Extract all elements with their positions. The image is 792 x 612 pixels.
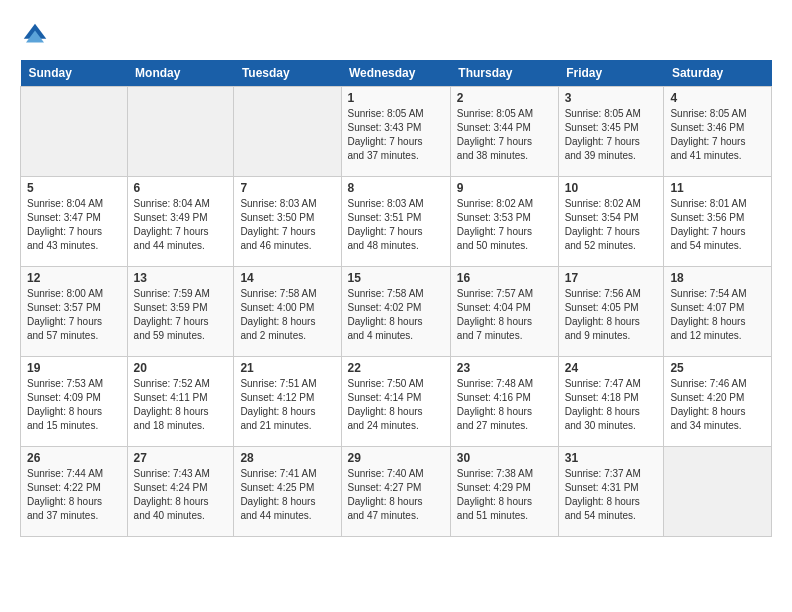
day-number: 12 <box>27 271 121 285</box>
day-info: Sunrise: 7:52 AM Sunset: 4:11 PM Dayligh… <box>134 377 228 433</box>
calendar-cell: 13Sunrise: 7:59 AM Sunset: 3:59 PM Dayli… <box>127 267 234 357</box>
day-number: 29 <box>348 451 444 465</box>
calendar-cell: 7Sunrise: 8:03 AM Sunset: 3:50 PM Daylig… <box>234 177 341 267</box>
page-header <box>20 20 772 50</box>
calendar-cell: 14Sunrise: 7:58 AM Sunset: 4:00 PM Dayli… <box>234 267 341 357</box>
calendar-cell: 18Sunrise: 7:54 AM Sunset: 4:07 PM Dayli… <box>664 267 772 357</box>
calendar-week-row: 1Sunrise: 8:05 AM Sunset: 3:43 PM Daylig… <box>21 87 772 177</box>
day-number: 28 <box>240 451 334 465</box>
calendar-cell: 23Sunrise: 7:48 AM Sunset: 4:16 PM Dayli… <box>450 357 558 447</box>
day-number: 23 <box>457 361 552 375</box>
day-info: Sunrise: 8:02 AM Sunset: 3:53 PM Dayligh… <box>457 197 552 253</box>
day-number: 10 <box>565 181 658 195</box>
day-info: Sunrise: 7:56 AM Sunset: 4:05 PM Dayligh… <box>565 287 658 343</box>
calendar-table: SundayMondayTuesdayWednesdayThursdayFrid… <box>20 60 772 537</box>
calendar-cell: 27Sunrise: 7:43 AM Sunset: 4:24 PM Dayli… <box>127 447 234 537</box>
day-info: Sunrise: 7:50 AM Sunset: 4:14 PM Dayligh… <box>348 377 444 433</box>
calendar-cell <box>21 87 128 177</box>
calendar-cell: 21Sunrise: 7:51 AM Sunset: 4:12 PM Dayli… <box>234 357 341 447</box>
day-number: 3 <box>565 91 658 105</box>
day-info: Sunrise: 7:58 AM Sunset: 4:02 PM Dayligh… <box>348 287 444 343</box>
calendar-cell: 3Sunrise: 8:05 AM Sunset: 3:45 PM Daylig… <box>558 87 664 177</box>
logo-icon <box>20 20 50 50</box>
calendar-cell: 10Sunrise: 8:02 AM Sunset: 3:54 PM Dayli… <box>558 177 664 267</box>
day-number: 4 <box>670 91 765 105</box>
day-info: Sunrise: 8:00 AM Sunset: 3:57 PM Dayligh… <box>27 287 121 343</box>
day-number: 18 <box>670 271 765 285</box>
day-info: Sunrise: 8:01 AM Sunset: 3:56 PM Dayligh… <box>670 197 765 253</box>
calendar-cell: 1Sunrise: 8:05 AM Sunset: 3:43 PM Daylig… <box>341 87 450 177</box>
day-number: 17 <box>565 271 658 285</box>
day-number: 26 <box>27 451 121 465</box>
weekday-header-monday: Monday <box>127 60 234 87</box>
calendar-cell: 19Sunrise: 7:53 AM Sunset: 4:09 PM Dayli… <box>21 357 128 447</box>
day-info: Sunrise: 8:04 AM Sunset: 3:47 PM Dayligh… <box>27 197 121 253</box>
day-number: 1 <box>348 91 444 105</box>
day-info: Sunrise: 8:02 AM Sunset: 3:54 PM Dayligh… <box>565 197 658 253</box>
day-number: 21 <box>240 361 334 375</box>
day-info: Sunrise: 7:46 AM Sunset: 4:20 PM Dayligh… <box>670 377 765 433</box>
day-info: Sunrise: 7:58 AM Sunset: 4:00 PM Dayligh… <box>240 287 334 343</box>
day-info: Sunrise: 7:41 AM Sunset: 4:25 PM Dayligh… <box>240 467 334 523</box>
day-number: 6 <box>134 181 228 195</box>
weekday-header-row: SundayMondayTuesdayWednesdayThursdayFrid… <box>21 60 772 87</box>
day-info: Sunrise: 8:05 AM Sunset: 3:43 PM Dayligh… <box>348 107 444 163</box>
day-info: Sunrise: 7:59 AM Sunset: 3:59 PM Dayligh… <box>134 287 228 343</box>
day-number: 11 <box>670 181 765 195</box>
calendar-cell: 30Sunrise: 7:38 AM Sunset: 4:29 PM Dayli… <box>450 447 558 537</box>
day-number: 13 <box>134 271 228 285</box>
day-info: Sunrise: 8:03 AM Sunset: 3:51 PM Dayligh… <box>348 197 444 253</box>
calendar-cell: 22Sunrise: 7:50 AM Sunset: 4:14 PM Dayli… <box>341 357 450 447</box>
day-number: 14 <box>240 271 334 285</box>
day-number: 5 <box>27 181 121 195</box>
day-info: Sunrise: 7:44 AM Sunset: 4:22 PM Dayligh… <box>27 467 121 523</box>
weekday-header-wednesday: Wednesday <box>341 60 450 87</box>
calendar-cell <box>127 87 234 177</box>
day-info: Sunrise: 8:03 AM Sunset: 3:50 PM Dayligh… <box>240 197 334 253</box>
calendar-cell: 26Sunrise: 7:44 AM Sunset: 4:22 PM Dayli… <box>21 447 128 537</box>
calendar-cell: 24Sunrise: 7:47 AM Sunset: 4:18 PM Dayli… <box>558 357 664 447</box>
day-info: Sunrise: 7:48 AM Sunset: 4:16 PM Dayligh… <box>457 377 552 433</box>
day-number: 27 <box>134 451 228 465</box>
day-info: Sunrise: 8:05 AM Sunset: 3:46 PM Dayligh… <box>670 107 765 163</box>
day-info: Sunrise: 8:05 AM Sunset: 3:45 PM Dayligh… <box>565 107 658 163</box>
calendar-cell: 9Sunrise: 8:02 AM Sunset: 3:53 PM Daylig… <box>450 177 558 267</box>
weekday-header-thursday: Thursday <box>450 60 558 87</box>
calendar-cell: 25Sunrise: 7:46 AM Sunset: 4:20 PM Dayli… <box>664 357 772 447</box>
calendar-cell: 5Sunrise: 8:04 AM Sunset: 3:47 PM Daylig… <box>21 177 128 267</box>
calendar-cell <box>234 87 341 177</box>
calendar-week-row: 5Sunrise: 8:04 AM Sunset: 3:47 PM Daylig… <box>21 177 772 267</box>
calendar-week-row: 19Sunrise: 7:53 AM Sunset: 4:09 PM Dayli… <box>21 357 772 447</box>
day-number: 20 <box>134 361 228 375</box>
day-info: Sunrise: 7:38 AM Sunset: 4:29 PM Dayligh… <box>457 467 552 523</box>
day-number: 7 <box>240 181 334 195</box>
day-number: 19 <box>27 361 121 375</box>
day-info: Sunrise: 7:43 AM Sunset: 4:24 PM Dayligh… <box>134 467 228 523</box>
day-info: Sunrise: 7:53 AM Sunset: 4:09 PM Dayligh… <box>27 377 121 433</box>
day-info: Sunrise: 7:37 AM Sunset: 4:31 PM Dayligh… <box>565 467 658 523</box>
day-info: Sunrise: 7:47 AM Sunset: 4:18 PM Dayligh… <box>565 377 658 433</box>
day-info: Sunrise: 7:54 AM Sunset: 4:07 PM Dayligh… <box>670 287 765 343</box>
weekday-header-sunday: Sunday <box>21 60 128 87</box>
day-info: Sunrise: 7:40 AM Sunset: 4:27 PM Dayligh… <box>348 467 444 523</box>
calendar-week-row: 12Sunrise: 8:00 AM Sunset: 3:57 PM Dayli… <box>21 267 772 357</box>
day-info: Sunrise: 8:05 AM Sunset: 3:44 PM Dayligh… <box>457 107 552 163</box>
calendar-cell: 6Sunrise: 8:04 AM Sunset: 3:49 PM Daylig… <box>127 177 234 267</box>
calendar-cell: 4Sunrise: 8:05 AM Sunset: 3:46 PM Daylig… <box>664 87 772 177</box>
day-info: Sunrise: 7:57 AM Sunset: 4:04 PM Dayligh… <box>457 287 552 343</box>
day-number: 31 <box>565 451 658 465</box>
calendar-cell: 28Sunrise: 7:41 AM Sunset: 4:25 PM Dayli… <box>234 447 341 537</box>
day-number: 15 <box>348 271 444 285</box>
day-number: 22 <box>348 361 444 375</box>
day-number: 8 <box>348 181 444 195</box>
weekday-header-saturday: Saturday <box>664 60 772 87</box>
calendar-cell: 20Sunrise: 7:52 AM Sunset: 4:11 PM Dayli… <box>127 357 234 447</box>
day-number: 25 <box>670 361 765 375</box>
calendar-cell: 16Sunrise: 7:57 AM Sunset: 4:04 PM Dayli… <box>450 267 558 357</box>
weekday-header-friday: Friday <box>558 60 664 87</box>
day-number: 24 <box>565 361 658 375</box>
day-number: 30 <box>457 451 552 465</box>
calendar-cell: 17Sunrise: 7:56 AM Sunset: 4:05 PM Dayli… <box>558 267 664 357</box>
calendar-cell: 12Sunrise: 8:00 AM Sunset: 3:57 PM Dayli… <box>21 267 128 357</box>
calendar-cell <box>664 447 772 537</box>
